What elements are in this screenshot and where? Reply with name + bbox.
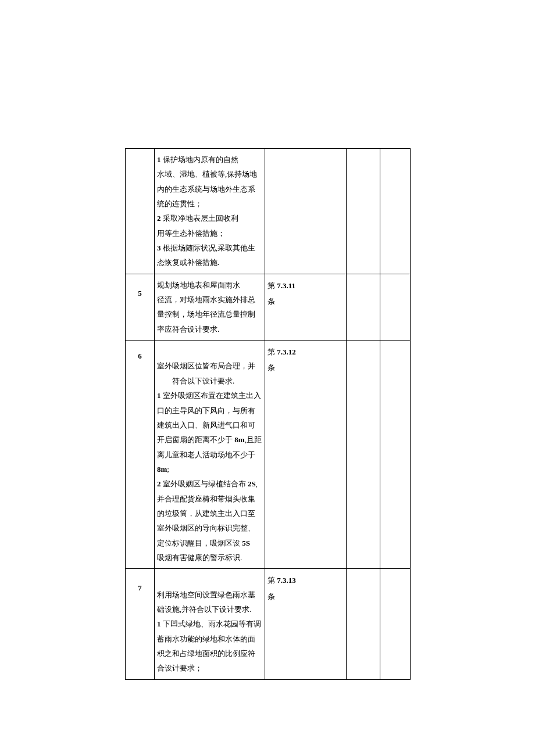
row-col5 xyxy=(380,341,411,569)
row-col4 xyxy=(347,341,380,569)
row-description: 利用场地空间设置绿色雨水基础设施,并符合以下设计要求.1 下凹式绿地、雨水花园等… xyxy=(155,569,265,679)
row-reference xyxy=(265,149,347,274)
row-col4 xyxy=(347,274,380,340)
table-row: 6 室外吸烟区位皆布局合理，并 符合以下设计要求.1 室外吸烟区布置在建筑主出入… xyxy=(126,341,411,569)
row-description: 1 保护场地内原有的自然水域、湿地、植被等,保持场地内的生态系统与场地外生态系统… xyxy=(155,149,265,274)
table-row: 1 保护场地内原有的自然水域、湿地、植被等,保持场地内的生态系统与场地外生态系统… xyxy=(126,149,411,274)
row-number: 6 xyxy=(126,341,155,569)
row-col5 xyxy=(380,274,411,340)
spec-table: 1 保护场地内原有的自然水域、湿地、植被等,保持场地内的生态系统与场地外生态系统… xyxy=(125,148,411,680)
row-number xyxy=(126,149,155,274)
row-reference: 第 7.3.12条 xyxy=(265,341,347,569)
row-col4 xyxy=(347,569,380,679)
row-description: 室外吸烟区位皆布局合理，并 符合以下设计要求.1 室外吸烟区布置在建筑主出入口的… xyxy=(155,341,265,569)
row-col4 xyxy=(347,149,380,274)
table-row: 5 规划场地地表和屋面雨水径流，对场地雨水实施外排总量控制，场地年径流总量控制率… xyxy=(126,274,411,340)
row-col5 xyxy=(380,149,411,274)
row-description: 规划场地地表和屋面雨水径流，对场地雨水实施外排总量控制，场地年径流总量控制率应符… xyxy=(155,274,265,340)
table-row: 7 利用场地空间设置绿色雨水基础设施,并符合以下设计要求.1 下凹式绿地、雨水花… xyxy=(126,569,411,679)
row-reference: 第 7.3.13条 xyxy=(265,569,347,679)
row-number: 7 xyxy=(126,569,155,679)
row-number: 5 xyxy=(126,274,155,340)
row-col5 xyxy=(380,569,411,679)
row-reference: 第 7.3.11条 xyxy=(265,274,347,340)
